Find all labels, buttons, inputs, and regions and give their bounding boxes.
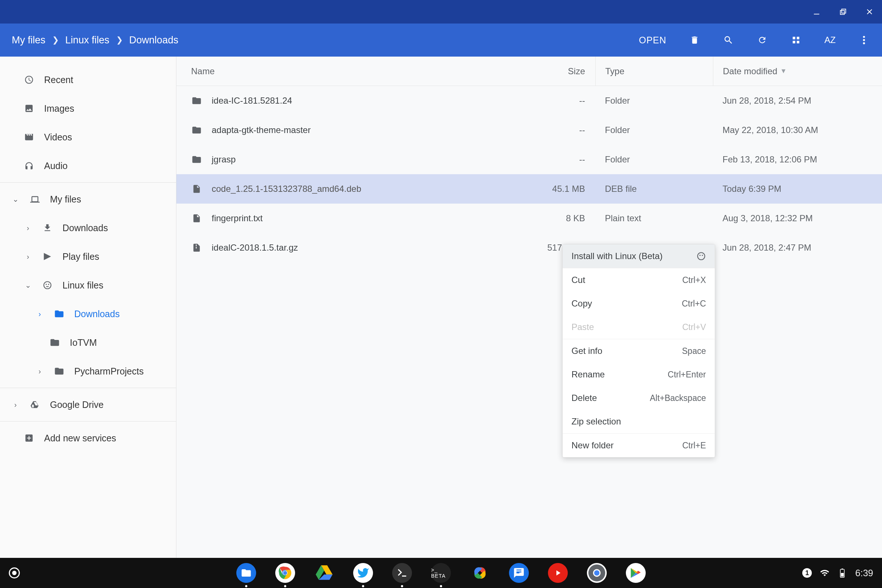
menu-item-cut[interactable]: Cut Ctrl+X xyxy=(562,268,715,292)
delete-icon[interactable] xyxy=(689,34,700,46)
svg-rect-3 xyxy=(793,37,795,39)
file-row[interactable]: adapta-gtk-theme-master--FolderMay 22, 2… xyxy=(176,116,882,145)
chevron-down-icon[interactable]: ⌄ xyxy=(11,195,20,204)
add-icon xyxy=(24,432,34,444)
more-options-icon[interactable] xyxy=(858,34,870,46)
svg-rect-25 xyxy=(841,573,844,577)
chevron-right-icon[interactable]: › xyxy=(24,252,32,261)
taskbar-app-messages[interactable] xyxy=(509,563,529,583)
file-icon xyxy=(191,213,202,224)
file-row[interactable]: fingerprint.txt8 KBPlain textAug 3, 2018… xyxy=(176,204,882,233)
window-minimize-button[interactable] xyxy=(812,7,822,17)
file-list: Name Size Type Date modified▼ idea-IC-18… xyxy=(176,57,882,558)
toolbar-actions: OPEN AZ xyxy=(639,34,875,46)
menu-item-getinfo[interactable]: Get info Space xyxy=(562,339,715,363)
menu-item-delete[interactable]: Delete Alt+Backspace xyxy=(562,386,715,410)
beta-label: >_ BETA xyxy=(431,567,451,579)
system-tray[interactable]: 1 6:39 xyxy=(802,568,873,579)
svg-point-11 xyxy=(46,284,46,285)
file-size: -- xyxy=(507,96,596,106)
file-row[interactable]: code_1.25.1-1531323788_amd64.deb45.1 MBD… xyxy=(176,174,882,204)
audio-icon xyxy=(24,160,34,171)
clock[interactable]: 6:39 xyxy=(855,568,873,579)
chevron-right-icon[interactable]: › xyxy=(11,400,20,409)
sidebar-item-audio[interactable]: Audio xyxy=(0,152,176,180)
menu-item-label: Install with Linux (Beta) xyxy=(572,251,663,261)
open-button[interactable]: OPEN xyxy=(639,35,666,46)
menu-item-label: Rename xyxy=(572,369,605,380)
taskbar-app-files[interactable] xyxy=(236,563,256,583)
notification-badge[interactable]: 1 xyxy=(802,568,812,578)
sidebar-item-videos[interactable]: Videos xyxy=(0,123,176,152)
menu-item-label: Copy xyxy=(572,298,592,309)
taskbar-app-chromium[interactable] xyxy=(587,563,607,583)
sidebar-item-images[interactable]: Images xyxy=(0,94,176,123)
sidebar-item-downloads[interactable]: › Downloads xyxy=(0,213,176,242)
file-row[interactable]: idealC-2018.1.5.tar.gz517.7 MBGzip compr… xyxy=(176,233,882,262)
svg-point-7 xyxy=(863,36,865,38)
sidebar-item-label: Add new services xyxy=(44,433,116,444)
battery-icon[interactable] xyxy=(837,568,847,578)
menu-item-shortcut: Space xyxy=(682,346,706,356)
file-list-header: Name Size Type Date modified▼ xyxy=(176,57,882,86)
sidebar-item-label: Images xyxy=(44,103,74,114)
file-date: Today 6:39 PM xyxy=(713,184,874,194)
taskbar-app-youtube[interactable] xyxy=(548,563,568,583)
folder-icon xyxy=(54,308,64,320)
menu-item-rename[interactable]: Rename Ctrl+Enter xyxy=(562,363,715,386)
svg-point-8 xyxy=(863,39,865,41)
svg-point-16 xyxy=(702,255,703,256)
file-name: code_1.25.1-1531323788_amd64.deb xyxy=(212,184,361,194)
taskbar-app-twitter[interactable] xyxy=(353,563,373,583)
taskbar-app-drive[interactable] xyxy=(314,563,334,583)
chevron-down-icon[interactable]: ⌄ xyxy=(24,281,32,290)
sidebar-item-addnew[interactable]: Add new services xyxy=(0,424,176,452)
svg-point-12 xyxy=(48,284,49,285)
window-close-button[interactable] xyxy=(864,7,874,17)
breadcrumb-item-myfiles[interactable]: My files xyxy=(12,34,46,46)
sort-button[interactable]: AZ xyxy=(824,34,836,46)
file-date: Jun 28, 2018, 2:54 PM xyxy=(713,96,874,106)
chevron-right-icon[interactable]: › xyxy=(35,310,44,318)
refresh-icon[interactable] xyxy=(757,34,768,46)
file-date: Feb 13, 2018, 12:06 PM xyxy=(713,154,874,165)
taskbar-app-terminal-beta[interactable]: >_ BETA xyxy=(431,563,451,583)
column-header-name[interactable]: Name xyxy=(191,66,507,76)
sidebar-item-label: Videos xyxy=(44,132,72,142)
sidebar-item-pycharm[interactable]: › PycharmProjects xyxy=(0,357,176,386)
taskbar-app-playstore[interactable] xyxy=(626,563,646,583)
sidebar-item-myfiles[interactable]: ⌄ My files xyxy=(0,185,176,213)
menu-item-copy[interactable]: Copy Ctrl+C xyxy=(562,292,715,315)
file-type: DEB file xyxy=(596,184,713,194)
file-row[interactable]: idea-IC-181.5281.24--FolderJun 28, 2018,… xyxy=(176,86,882,116)
sidebar-item-linux-downloads[interactable]: › Downloads xyxy=(0,300,176,328)
breadcrumb-item-downloads[interactable]: Downloads xyxy=(129,34,178,46)
column-header-date[interactable]: Date modified▼ xyxy=(713,57,874,86)
column-header-type[interactable]: Type xyxy=(596,57,713,86)
clock-icon xyxy=(24,74,34,85)
window-maximize-button[interactable] xyxy=(838,7,848,17)
breadcrumb-item-linuxfiles[interactable]: Linux files xyxy=(65,34,110,46)
taskbar-app-terminal[interactable] xyxy=(392,563,412,583)
folder-icon xyxy=(49,337,60,348)
search-icon[interactable] xyxy=(723,34,734,46)
file-name: idea-IC-181.5281.24 xyxy=(212,96,292,106)
chevron-right-icon[interactable]: › xyxy=(24,224,32,232)
menu-item-install-linux[interactable]: Install with Linux (Beta) xyxy=(562,244,715,268)
menu-item-newfolder[interactable]: New folder Ctrl+E xyxy=(562,434,715,457)
sidebar-item-playfiles[interactable]: › Play files xyxy=(0,242,176,271)
wifi-icon[interactable] xyxy=(820,568,830,578)
sidebar-item-googledrive[interactable]: › Google Drive xyxy=(0,390,176,419)
breadcrumb: My files ❯ Linux files ❯ Downloads xyxy=(12,34,178,46)
column-header-size[interactable]: Size xyxy=(507,66,596,76)
sidebar-item-recent[interactable]: Recent xyxy=(0,65,176,94)
taskbar-app-photos[interactable] xyxy=(470,563,490,583)
file-row[interactable]: jgrasp--FolderFeb 13, 2018, 12:06 PM xyxy=(176,145,882,174)
menu-item-zip[interactable]: Zip selection xyxy=(562,410,715,433)
sidebar-item-linuxfiles[interactable]: ⌄ Linux files xyxy=(0,271,176,300)
taskbar-app-chrome[interactable] xyxy=(275,563,295,583)
view-grid-icon[interactable] xyxy=(790,34,801,46)
chevron-right-icon[interactable]: › xyxy=(35,367,44,376)
sidebar-item-iotvm[interactable]: IoTVM xyxy=(0,328,176,357)
launcher-button[interactable] xyxy=(9,567,20,579)
